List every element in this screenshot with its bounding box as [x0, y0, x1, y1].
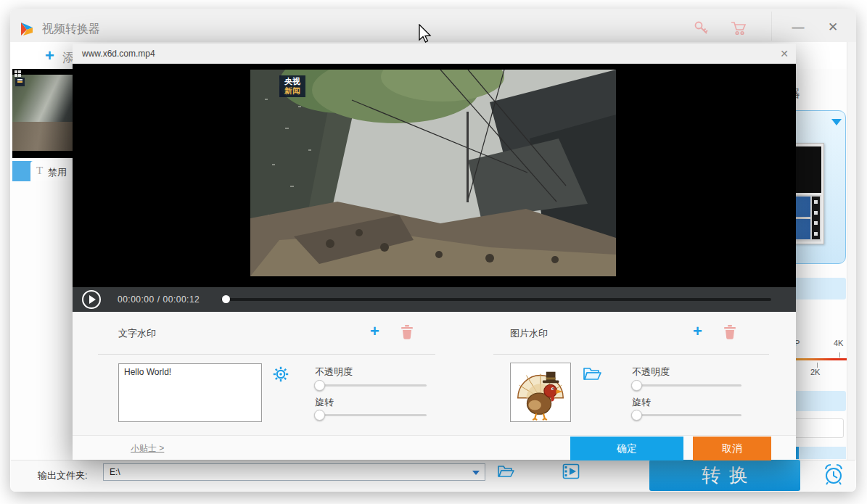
schedule-alarm-icon[interactable]: [821, 463, 846, 486]
slider-thumb[interactable]: [314, 410, 325, 421]
seek-handle[interactable]: [222, 295, 230, 303]
watermark-image-preview[interactable]: [510, 363, 571, 422]
dialog-header: www.x6d.com.mp4 ✕: [73, 44, 796, 64]
output-folder-combobox[interactable]: E:\: [103, 463, 485, 481]
titlebar-divider: [771, 12, 772, 41]
text-settings-gear-icon[interactable]: [273, 366, 289, 382]
image-opacity-label: 不透明度: [632, 365, 670, 379]
output-folder-value: E:\: [110, 467, 120, 477]
convert-button[interactable]: 转换: [649, 460, 800, 491]
add-files-plus-icon[interactable]: +: [45, 46, 54, 65]
image-rotate-label: 旋转: [632, 396, 651, 409]
slider-track: [315, 384, 427, 387]
slider-track: [315, 414, 427, 416]
play-button[interactable]: [82, 290, 101, 309]
thumbnail-news-badge: [15, 78, 25, 86]
slider-thumb[interactable]: [314, 380, 325, 391]
tips-link[interactable]: 小贴士 >: [131, 442, 164, 455]
text-rotate-slider[interactable]: [315, 410, 427, 421]
seek-bar[interactable]: [221, 298, 771, 301]
news-badge-line2: 新闻: [279, 86, 305, 96]
resolution-label-4k: 4K: [834, 339, 843, 347]
time-separator: /: [157, 294, 160, 305]
time-display: 00:00:00/00:00:12: [118, 294, 202, 305]
video-stage: 央视 新闻: [73, 64, 796, 287]
watermark-text-input[interactable]: Hello World!: [118, 363, 262, 422]
text-watermark-title: 文字水印: [118, 327, 156, 340]
resolution-tick-2k: [817, 363, 818, 368]
dialog-close-icon[interactable]: ✕: [778, 47, 791, 60]
text-t-icon: T: [36, 165, 43, 177]
image-rotate-slider[interactable]: [632, 410, 741, 421]
image-watermark-title: 图片水印: [510, 327, 548, 340]
player-bar: 00:00:00/00:00:12: [73, 287, 796, 312]
ok-button[interactable]: 确定: [570, 437, 683, 460]
minimize-button[interactable]: —: [788, 17, 808, 38]
close-window-button[interactable]: ✕: [823, 17, 843, 38]
tab-disable-label: 禁用: [48, 166, 67, 179]
mouse-cursor: [418, 24, 432, 44]
watermark-dialog: www.x6d.com.mp4 ✕: [73, 44, 796, 460]
purchase-cart-icon[interactable]: [730, 20, 747, 37]
browse-image-folder-icon[interactable]: [583, 365, 601, 381]
delete-text-watermark-icon[interactable]: [400, 325, 414, 339]
grid-icon: [15, 70, 21, 77]
time-current: 00:00:00: [118, 294, 155, 305]
image-opacity-slider[interactable]: [632, 380, 741, 391]
slider-track: [632, 414, 741, 416]
text-watermark-divider: [98, 354, 435, 355]
slider-track: [632, 384, 741, 387]
combobox-arrow-icon[interactable]: [472, 471, 480, 475]
delete-image-watermark-icon[interactable]: [723, 325, 736, 339]
app-logo-icon: [18, 20, 36, 38]
text-opacity-slider[interactable]: [315, 380, 427, 391]
screen: 视频转换器 — ✕ + 添 T 禁用 器 0P: [0, 0, 867, 504]
app-title: 视频转换器: [42, 22, 100, 37]
turkey-image: [511, 363, 570, 421]
video-scene: [250, 70, 616, 276]
text-rotate-label: 旋转: [315, 396, 334, 409]
resolution-tick-4k: [839, 352, 840, 358]
dialog-footer: 小贴士 > 确定 取消: [73, 435, 796, 460]
right-scroll-gutter: [847, 42, 856, 460]
time-total: 00:00:12: [163, 294, 200, 305]
add-text-watermark-button[interactable]: +: [370, 323, 379, 339]
video-frame: 央视 新闻: [250, 70, 616, 276]
chevron-down-icon[interactable]: [831, 119, 842, 125]
add-image-watermark-button[interactable]: +: [693, 323, 702, 339]
slider-thumb[interactable]: [631, 410, 642, 421]
slider-thumb[interactable]: [631, 380, 642, 391]
output-folder-label: 输出文件夹:: [38, 469, 88, 482]
preview-video-icon[interactable]: [562, 463, 580, 479]
tab-disable[interactable]: T 禁用: [30, 161, 74, 181]
register-key-icon[interactable]: [693, 20, 710, 37]
news-badge: 央视 新闻: [279, 75, 305, 97]
resolution-label-2k: 2K: [810, 368, 820, 376]
news-badge-line1: 央视: [279, 76, 305, 86]
open-folder-icon[interactable]: [497, 463, 514, 479]
dialog-title: www.x6d.com.mp4: [82, 49, 155, 59]
play-icon: [89, 295, 96, 304]
text-opacity-label: 不透明度: [315, 365, 353, 379]
video-thumbnail[interactable]: [12, 69, 73, 158]
image-watermark-divider: [493, 354, 769, 355]
cancel-button[interactable]: 取消: [693, 437, 771, 460]
